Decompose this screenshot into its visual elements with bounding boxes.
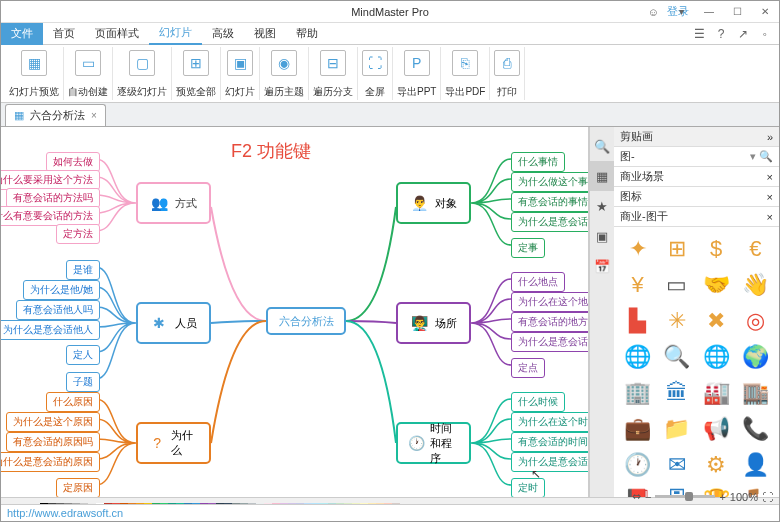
sidetab-image[interactable]: ▣ [590, 221, 614, 251]
dropdown-icon[interactable]: ▾ [667, 1, 695, 23]
leaf-node[interactable]: 定点 [511, 358, 545, 378]
leaf-node[interactable]: 有意会适的时间吗 [511, 432, 589, 452]
clipart-shape[interactable]: 📢 [697, 411, 736, 447]
leaf-node[interactable]: 为什么做这个事情 [511, 172, 589, 192]
leaf-node[interactable]: 为什么是这个原因 [6, 412, 100, 432]
ribbon-幻灯片[interactable]: ▣幻灯片 [221, 47, 260, 100]
center-node[interactable]: 六合分析法 [266, 307, 346, 335]
leaf-node[interactable]: 是谁 [66, 260, 100, 280]
leaf-node[interactable]: 为什么是意会适他人 [1, 320, 100, 340]
canvas[interactable]: F2 功能键 六合分析法 👥方式 ✱人员 ?为什么 👨‍💼对象 👨‍🏫场所 🕐时… [1, 127, 589, 497]
ribbon-全屏[interactable]: ⛶全屏 [358, 47, 393, 100]
clipart-shape[interactable]: ✦ [618, 231, 657, 267]
clipart-shape[interactable]: ⊞ [657, 231, 696, 267]
group-row[interactable]: 图标× [614, 187, 779, 207]
menu-file[interactable]: 文件 [1, 23, 43, 45]
clipart-shape[interactable]: 📁 [657, 411, 696, 447]
leaf-node[interactable]: 有意会话的事情吗 [511, 192, 589, 212]
clipart-shape[interactable]: 🕐 [618, 447, 657, 483]
ribbon-导出PDF[interactable]: ⎘导出PDF [441, 47, 490, 100]
menu-help[interactable]: 帮助 [286, 23, 328, 45]
search-row[interactable]: 图-▾ 🔍 [614, 147, 779, 167]
ribbon-打印[interactable]: ⎙打印 [490, 47, 525, 100]
clipart-shape[interactable]: 🔍 [657, 339, 696, 375]
sidetab-clipart[interactable]: ▦ [590, 161, 614, 191]
clipart-shape[interactable]: 🌐 [618, 339, 657, 375]
clipart-shape[interactable]: 🏭 [697, 375, 736, 411]
menu-right-icon[interactable]: ↗ [735, 26, 751, 42]
expand-icon[interactable]: » [767, 131, 773, 143]
leaf-node[interactable]: 什么时候 [511, 392, 565, 412]
leaf-node[interactable]: 为什么是意会适的原因 [1, 452, 100, 472]
group-row[interactable]: 商业-图干× [614, 207, 779, 227]
leaf-node[interactable]: 为什么要采用这个方法 [1, 170, 100, 190]
clipart-shape[interactable]: ✳ [657, 303, 696, 339]
document-tab[interactable]: ▦ 六合分析法 × [5, 104, 106, 126]
ribbon-遍历主题[interactable]: ◉遍历主题 [260, 47, 309, 100]
zoom-out[interactable]: − [645, 491, 651, 503]
group-row[interactable]: 商业场景× [614, 167, 779, 187]
node-way[interactable]: 👥方式 [136, 182, 211, 224]
leaf-node[interactable]: 为什么是意会话的地点 [511, 332, 589, 352]
zoom-in[interactable]: + [719, 491, 725, 503]
zoom-slider[interactable] [655, 495, 715, 498]
ribbon-预览全部[interactable]: ⊞预览全部 [172, 47, 221, 100]
leaf-node[interactable]: 为什么是意会话的事情 [511, 212, 589, 232]
close-tab-icon[interactable]: × [91, 110, 97, 121]
leaf-node[interactable]: 什么事情 [511, 152, 565, 172]
menu-right-icon[interactable]: ☰ [691, 26, 707, 42]
sidetab-calendar[interactable]: 📅 [590, 251, 614, 281]
clipart-shape[interactable]: 👤 [736, 447, 775, 483]
clipart-shape[interactable]: $ [697, 231, 736, 267]
clipart-shape[interactable]: 🌐 [697, 339, 736, 375]
fit-icon[interactable]: ⇔ [632, 490, 641, 503]
menu-right-icon[interactable]: ◦ [757, 26, 773, 42]
close-icon[interactable]: × [767, 191, 773, 203]
zoom-control[interactable]: ⇔ − + 100% ⛶ [632, 490, 773, 503]
clipart-shape[interactable]: ◎ [736, 303, 775, 339]
node-object[interactable]: 👨‍💼对象 [396, 182, 471, 224]
leaf-node[interactable]: 为什么有意要会话的方法 [1, 206, 100, 226]
ribbon-逐级幻灯片[interactable]: ▢逐级幻灯片 [113, 47, 172, 100]
clipart-shape[interactable]: ▭ [657, 267, 696, 303]
clipart-shape[interactable]: ✖ [697, 303, 736, 339]
leaf-node[interactable]: 定事 [511, 238, 545, 258]
leaf-node[interactable]: 有意会适他人吗 [16, 300, 100, 320]
clipart-shape[interactable]: 💼 [618, 411, 657, 447]
menu-home[interactable]: 首页 [43, 23, 85, 45]
leaf-node[interactable]: 什么地点 [511, 272, 565, 292]
close-button[interactable]: ✕ [751, 1, 779, 23]
sidetab-search[interactable]: 🔍 [590, 131, 614, 161]
clipart-shape[interactable]: 🤝 [697, 267, 736, 303]
sidetab-shape[interactable]: ★ [590, 191, 614, 221]
fit-screen-icon[interactable]: ⛶ [762, 491, 773, 503]
ribbon-导出PPT[interactable]: P导出PPT [393, 47, 441, 100]
node-time[interactable]: 🕐时间和程序 [396, 422, 471, 464]
leaf-node[interactable]: 定人 [66, 345, 100, 365]
leaf-node[interactable]: 子题 [66, 372, 100, 392]
clipart-shape[interactable]: 🌍 [736, 339, 775, 375]
menu-advanced[interactable]: 高级 [202, 23, 244, 45]
close-icon[interactable]: × [767, 171, 773, 183]
clipart-shape[interactable]: 📞 [736, 411, 775, 447]
clipart-shape[interactable]: ✉ [657, 447, 696, 483]
leaf-node[interactable]: 为什么在这个地点 [511, 292, 589, 312]
menu-view[interactable]: 视图 [244, 23, 286, 45]
close-icon[interactable]: × [767, 211, 773, 223]
clipart-shape[interactable]: 👋 [736, 267, 775, 303]
node-people[interactable]: ✱人员 [136, 302, 211, 344]
ribbon-自动创建[interactable]: ▭自动创建 [64, 47, 113, 100]
maximize-button[interactable]: ☐ [723, 1, 751, 23]
leaf-node[interactable]: 有意会话的地方吗 [511, 312, 589, 332]
menu-page-style[interactable]: 页面样式 [85, 23, 149, 45]
leaf-node[interactable]: 什么原因 [46, 392, 100, 412]
leaf-node[interactable]: 如何去做 [46, 152, 100, 172]
leaf-node[interactable]: 为什么是他/她 [23, 280, 100, 300]
footer-link[interactable]: http://www.edrawsoft.cn [1, 504, 779, 521]
clipart-shape[interactable]: € [736, 231, 775, 267]
clipart-shape[interactable]: ⚙ [697, 447, 736, 483]
clipart-shape[interactable]: ¥ [618, 267, 657, 303]
menu-right-icon[interactable]: ? [713, 26, 729, 42]
ribbon-幻灯片预览[interactable]: ▦幻灯片预览 [5, 47, 64, 100]
menu-slideshow[interactable]: 幻灯片 [149, 23, 202, 45]
